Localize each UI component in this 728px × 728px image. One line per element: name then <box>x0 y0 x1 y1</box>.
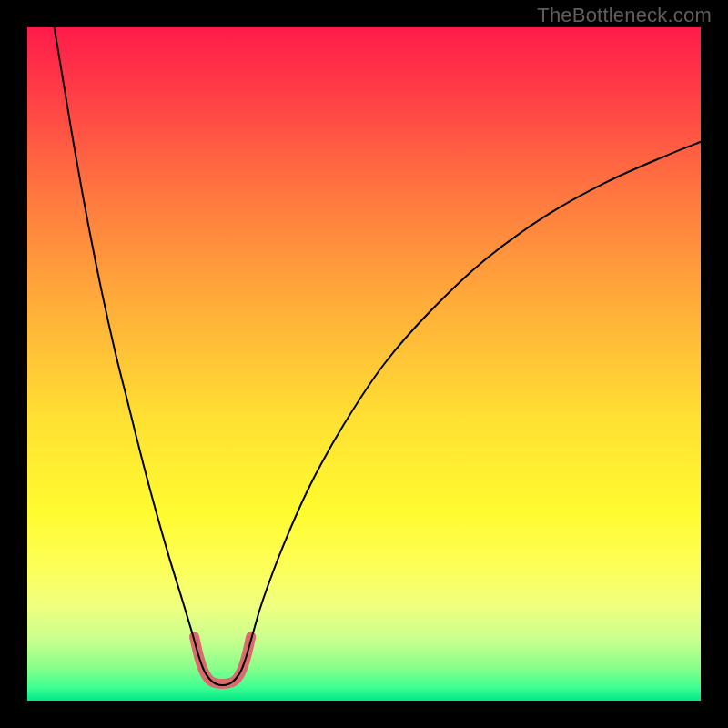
plot-svg <box>27 27 701 701</box>
chart-frame: TheBottleneck.com <box>0 0 728 728</box>
watermark-text: TheBottleneck.com <box>537 4 712 27</box>
plot-area <box>27 27 701 701</box>
gradient-background <box>27 27 701 701</box>
